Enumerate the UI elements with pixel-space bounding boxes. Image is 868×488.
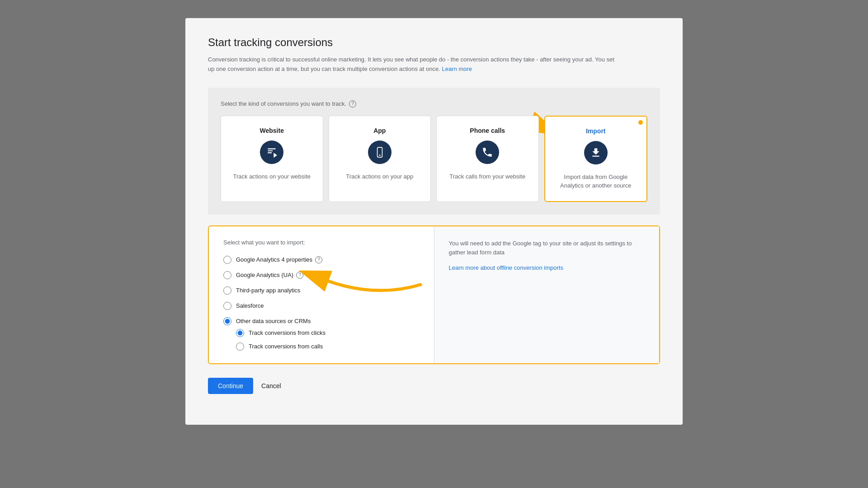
track-calls-radio[interactable] <box>236 343 244 351</box>
third-party-label: Third-party app analytics <box>236 287 300 294</box>
app-card-desc: Track actions on your app <box>346 172 413 181</box>
track-calls-label: Track conversions from calls <box>249 343 323 350</box>
other-crm-option[interactable]: Other data sources or CRMs <box>223 317 420 325</box>
conversion-selector-box: Select the kind of conversions you want … <box>208 88 660 215</box>
other-crm-label: Other data sources or CRMs <box>236 318 311 324</box>
import-card-icon <box>584 141 608 164</box>
other-crm-radio[interactable] <box>223 317 231 325</box>
app-card[interactable]: App Track actions on your app <box>329 116 431 202</box>
cancel-button[interactable]: Cancel <box>261 378 281 394</box>
third-party-option[interactable]: Third-party app analytics <box>223 286 420 295</box>
ga4-option[interactable]: Google Analytics 4 properties ? <box>223 256 420 264</box>
import-section-label: Select what you want to import: <box>223 239 420 246</box>
button-row: Continue Cancel <box>208 378 660 394</box>
third-party-radio[interactable] <box>223 286 231 295</box>
phone-calls-card[interactable]: Phone calls Track calls from your websit… <box>436 116 539 202</box>
ga-ua-label: Google Analytics (UA) ? <box>236 272 303 279</box>
phone-calls-card-icon <box>476 141 499 164</box>
import-card-title: Import <box>586 127 606 135</box>
page-title: Start tracking conversions <box>208 36 660 49</box>
import-left-panel: Select what you want to import: Google A… <box>209 226 434 363</box>
ga4-label: Google Analytics 4 properties ? <box>236 256 322 263</box>
ga-ua-help-icon[interactable]: ? <box>296 272 303 279</box>
import-card[interactable]: Import Import data from Google Analytics… <box>544 116 648 202</box>
import-section: Select what you want to import: Google A… <box>208 225 660 364</box>
website-card-title: Website <box>260 127 284 134</box>
selector-label: Select the kind of conversions you want … <box>221 100 647 108</box>
app-card-icon <box>368 141 392 164</box>
import-radio-group: Google Analytics 4 properties ? Google A… <box>223 256 420 351</box>
website-card-desc: Track actions on your website <box>233 172 311 181</box>
website-card[interactable]: Website Track actions on your website <box>221 116 323 202</box>
track-clicks-label: Track conversions from clicks <box>249 329 326 336</box>
app-card-title: App <box>373 127 386 134</box>
page-container: Start tracking conversions Conversion tr… <box>185 18 683 425</box>
ga-ua-option[interactable]: Google Analytics (UA) ? <box>223 271 420 279</box>
other-crm-sub-options: Track conversions from clicks Track conv… <box>236 329 420 351</box>
right-info-text: You will need to add the Google tag to y… <box>449 239 645 258</box>
track-calls-option[interactable]: Track conversions from calls <box>236 343 420 351</box>
page-description: Conversion tracking is critical to succe… <box>208 55 615 74</box>
learn-more-link[interactable]: Learn more <box>442 66 472 72</box>
salesforce-radio[interactable] <box>223 302 231 310</box>
ga4-help-icon[interactable]: ? <box>315 256 322 263</box>
ga4-radio[interactable] <box>223 256 231 264</box>
conversion-cards: Website Track actions on your website Ap… <box>221 116 647 202</box>
salesforce-label: Salesforce <box>236 302 264 309</box>
phone-calls-card-title: Phone calls <box>470 127 505 134</box>
import-right-panel: You will need to add the Google tag to y… <box>434 226 660 363</box>
salesforce-option[interactable]: Salesforce <box>223 302 420 310</box>
website-card-icon <box>260 141 283 164</box>
ga-ua-radio[interactable] <box>223 271 231 279</box>
import-card-desc: Import data from Google Analytics or ano… <box>552 173 640 190</box>
continue-button[interactable]: Continue <box>208 378 253 394</box>
selector-help-icon[interactable]: ? <box>349 100 356 108</box>
other-crm-option-group: Other data sources or CRMs Track convers… <box>223 317 420 351</box>
phone-calls-card-desc: Track calls from your website <box>449 172 525 181</box>
track-clicks-option[interactable]: Track conversions from clicks <box>236 329 420 337</box>
right-learn-more-link[interactable]: Learn more about offline conversion impo… <box>449 264 563 271</box>
svg-point-4 <box>379 155 380 156</box>
track-clicks-radio[interactable] <box>236 329 244 337</box>
